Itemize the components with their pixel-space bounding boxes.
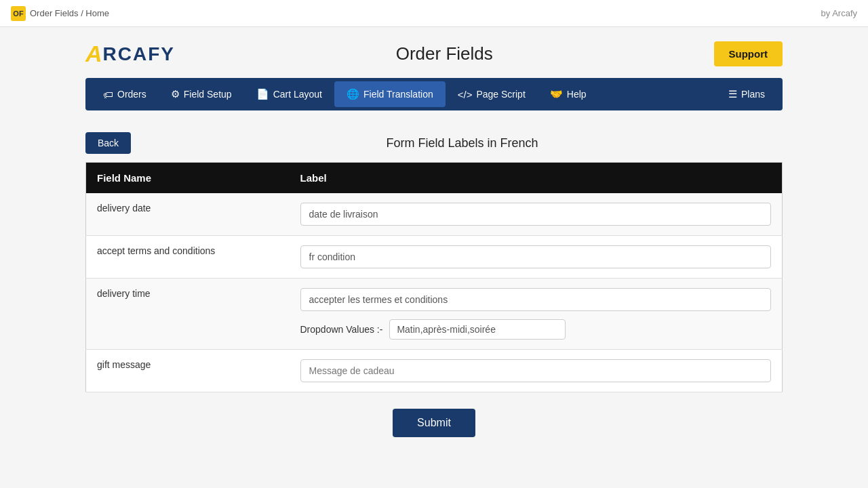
table-header-row: Field Name Label — [86, 163, 783, 194]
logo-a: A — [85, 41, 103, 67]
submit-button[interactable]: Submit — [393, 409, 475, 437]
field-translation-icon: 🌐 — [347, 88, 359, 100]
label-cell — [290, 193, 783, 236]
nav-item-page-script[interactable]: </> Page Script — [446, 82, 538, 107]
label-input[interactable] — [300, 359, 772, 382]
nav-label-orders: Orders — [117, 89, 146, 100]
breadcrumb: Order Fields / Home — [30, 8, 109, 18]
nav-label-cart-layout: Cart Layout — [273, 89, 322, 100]
field-name-cell: gift message — [86, 350, 290, 392]
field-name-cell: accept terms and conditions — [86, 236, 290, 279]
dropdown-row: Dropdown Values :- — [300, 319, 772, 340]
label-cell: Dropdown Values :- — [290, 279, 783, 350]
label-input[interactable] — [300, 203, 772, 226]
nav-label-plans: Plans — [741, 89, 765, 100]
nav-item-field-setup[interactable]: ⚙ Field Setup — [159, 81, 244, 107]
orders-icon: 🏷 — [103, 89, 113, 100]
help-icon: 🤝 — [550, 88, 563, 100]
nav-item-plans[interactable]: ☰ Plans — [716, 81, 777, 107]
logo: ARCAFY — [85, 41, 175, 67]
submit-row: Submit — [85, 392, 783, 444]
col-field-name: Field Name — [86, 163, 290, 194]
table-row: delivery date — [86, 193, 783, 236]
page-title: Order Fields — [175, 43, 713, 64]
label-cell — [290, 236, 783, 279]
field-setup-icon: ⚙ — [171, 88, 180, 100]
nav-item-help[interactable]: 🤝 Help — [538, 81, 599, 107]
page-script-icon: </> — [458, 89, 473, 100]
support-button[interactable]: Support — [714, 41, 783, 66]
col-label: Label — [290, 163, 783, 194]
label-cell — [290, 350, 783, 392]
table-row: delivery timeDropdown Values :- — [86, 279, 783, 350]
nav-item-cart-layout[interactable]: 📄 Cart Layout — [244, 81, 334, 107]
table-row: gift message — [86, 350, 783, 392]
nav-item-orders[interactable]: 🏷 Orders — [91, 82, 159, 107]
label-input[interactable] — [300, 288, 772, 311]
nav-label-page-script: Page Script — [476, 89, 525, 100]
label-input[interactable] — [300, 245, 772, 268]
back-row: Back Form Field Labels in French — [85, 124, 783, 162]
field-name-cell: delivery time — [86, 279, 290, 350]
plans-icon: ☰ — [728, 88, 737, 100]
nav: 🏷 Orders ⚙ Field Setup 📄 Cart Layout 🌐 F… — [85, 78, 783, 110]
back-button[interactable]: Back — [85, 132, 131, 154]
nav-label-field-translation: Field Translation — [363, 89, 433, 100]
form-title: Form Field Labels in French — [142, 136, 783, 150]
field-name-cell: delivery date — [86, 193, 290, 236]
nav-label-field-setup: Field Setup — [184, 89, 232, 100]
header-row: ARCAFY Order Fields Support — [85, 41, 783, 67]
field-table: Field Name Label delivery dateaccept ter… — [85, 162, 783, 392]
dropdown-label: Dropdown Values :- — [300, 324, 383, 335]
app-icon: OF — [11, 6, 26, 21]
table-row: accept terms and conditions — [86, 236, 783, 279]
nav-item-field-translation[interactable]: 🌐 Field Translation — [334, 81, 446, 107]
topbar-left: OF Order Fields / Home — [11, 6, 109, 21]
topbar: OF Order Fields / Home by Arcafy — [0, 0, 868, 27]
main-container: ARCAFY Order Fields Support 🏷 Orders ⚙ F… — [75, 27, 793, 458]
logo-text: RCAFY — [103, 43, 175, 65]
by-label: by Arcafy — [821, 8, 857, 18]
nav-label-help: Help — [567, 89, 587, 100]
dropdown-values-input[interactable] — [389, 319, 566, 340]
cart-layout-icon: 📄 — [256, 88, 269, 100]
